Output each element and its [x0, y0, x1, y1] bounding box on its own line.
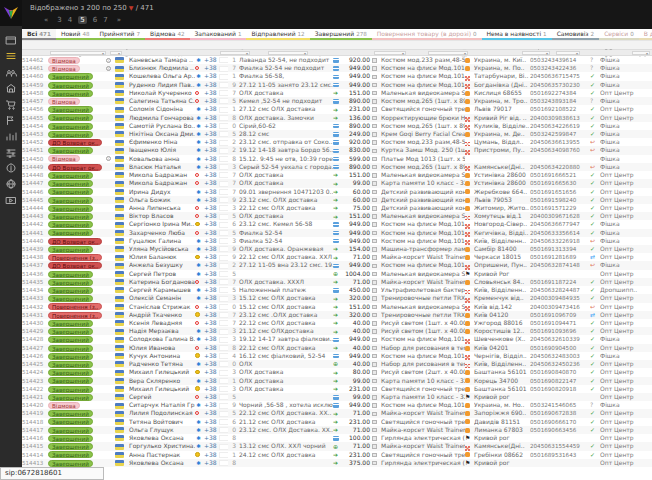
order-row[interactable]: 514417ЗавершенийОльга Глущук✱+38 023.12 …: [22, 426, 652, 434]
order-row[interactable]: 514415ЗавершенийГоргулько Христина..✱+38…: [22, 442, 652, 450]
order-row[interactable]: 514455ЗавершенийЛюдмила Гончарова✱+38 8О…: [22, 114, 652, 122]
order-row[interactable]: 514428ЗавершенийСолодкова Галина В..✱+38…: [22, 335, 652, 343]
order-row[interactable]: 514442ЗавершенийСергіонко Ірина Ми..+38 …: [22, 220, 652, 228]
column-filter-dropdown[interactable]: ▾: [50, 51, 106, 55]
order-row[interactable]: 514450ВідмоваiКовальова анна✱+38 815.12.…: [22, 155, 652, 163]
order-row[interactable]: 514430ЗавершенийКсенія Левадняя+38 722.1…: [22, 319, 652, 327]
order-row[interactable]: 514436ЗавершенийСергей Петров✱+38 5⊕1004…: [22, 270, 652, 278]
order-row[interactable]: 514432Повернення (з..Станіслав Стрижак+3…: [22, 303, 652, 311]
page-button[interactable]: 6: [93, 16, 97, 24]
country-flag: [115, 155, 129, 163]
order-row[interactable]: 514420ВідмоваСитарчук Наталія Гр..✱+38 9…: [22, 401, 652, 409]
order-row[interactable]: 514461ВідмоваiБлизнюк Людмила ..+38 7Фиа…: [22, 64, 652, 72]
order-row[interactable]: 514458ЗавершенийНиколай Кучеренко+38 7ОЛ…: [22, 89, 652, 97]
page-button[interactable]: 7: [103, 16, 107, 24]
days-count: 1: [228, 451, 239, 459]
order-row[interactable]: 514440ДО Возврат ок..Гуцалюк Галина✱+38 …: [22, 237, 652, 245]
order-row[interactable]: 514438Повернення (з..Юлия Баланюк+38 922…: [22, 253, 652, 261]
order-row[interactable]: 514426ЗавершенийКучук Антонина+38 416.12…: [22, 352, 652, 360]
order-row[interactable]: 514423ЗавершенийВера Скляренко✱+38 1ОЛХ …: [22, 377, 652, 385]
order-row[interactable]: 514431Повернення (з..Андрій Ткаченко+38 …: [22, 311, 652, 319]
page-button[interactable]: 4: [68, 16, 72, 24]
tab-7[interactable]: Повернення товару (в дорозі)0: [372, 29, 482, 40]
page-button[interactable]: 3: [57, 16, 61, 24]
tab-9[interactable]: Самовивіз2: [552, 29, 599, 40]
order-row[interactable]: 514445ЗавершенийОльга Божик✱+38 923.12 с…: [22, 196, 652, 204]
order-row[interactable]: 514425ЗавершенийРадченко Тетяна✱+38 0ОЛХ…: [22, 360, 652, 368]
tab-8[interactable]: Нема в наявності1: [482, 29, 552, 40]
order-row[interactable]: 514456ЗавершенийСоломія Сідоніна✱+38 127…: [22, 105, 652, 113]
column-filter-dropdown[interactable]: ▾: [268, 51, 308, 55]
sidebar-item-video[interactable]: [3, 194, 19, 206]
order-row[interactable]: 514457ВідмоваСалегина Татьяна С..+38 5Ке…: [22, 97, 652, 105]
sidebar-item-customers[interactable]: [3, 66, 19, 78]
column-filter-dropdown[interactable]: ▾: [428, 51, 468, 55]
order-row[interactable]: 514427ЗавершенийЮлия Иванова+38 822.12 с…: [22, 344, 652, 352]
sidebar-item-settings[interactable]: [3, 146, 19, 158]
order-row[interactable]: 514441ЗавершенийЗахарченко Люба+38 5Фиал…: [22, 229, 652, 237]
tab-6[interactable]: Завершений278: [310, 29, 372, 40]
column-filter-dropdown[interactable]: ▾: [374, 51, 406, 55]
order-row[interactable]: 514424ЗавершенийМихаил Гилецький+38 3ОЛХ…: [22, 368, 652, 376]
order-row[interactable]: 514452ДО Возврат ок..Єфименко Ніна✱+38 2…: [22, 138, 652, 146]
order-row[interactable]: 514462ВідмоваiКаневська Тамара ..✱+38 1Л…: [22, 56, 652, 64]
tab-10[interactable]: Сервіси0: [599, 29, 639, 40]
order-row[interactable]: 514429ЗавершенийНадія Мерзаєва✱+38 321.1…: [22, 327, 652, 335]
tab-11[interactable]: В дорозі додому0: [639, 29, 652, 40]
column-filter-dropdown[interactable]: ▾: [632, 51, 650, 55]
order-row[interactable]: 514448ЗавершенийМикола Бадражан+38 7ОЛХ …: [22, 171, 652, 179]
order-row[interactable]: 514437ДО Возврат ок..Анжела Безушку✱+38 …: [22, 261, 652, 269]
tab-1[interactable]: Новий48: [56, 29, 95, 40]
column-filter-dropdown[interactable]: ▾: [110, 51, 122, 55]
tab-3[interactable]: Відмова42: [145, 29, 189, 40]
page-button[interactable]: 5: [78, 16, 86, 24]
order-row[interactable]: 514451ЗавершенийІващенко Юлія✱+38 219.12…: [22, 146, 652, 154]
ttn-status: ✓: [590, 278, 600, 286]
sidebar-item-dashboard[interactable]: [3, 34, 19, 46]
product-name: Майка-корсет Waist Trainer *142..: [381, 253, 465, 261]
column-filter-dropdown[interactable]: ▾: [556, 51, 580, 55]
order-row[interactable]: 514444ЗавершенийАнна Липенська+38 322.12…: [22, 204, 652, 212]
order-row[interactable]: 514443ЗавершенийВіктор Власов+38 5ОЛХ до…: [22, 212, 652, 220]
order-row[interactable]: 514435ЗавершенийКатерина Богданова+38 7О…: [22, 278, 652, 286]
order-row[interactable]: 514446ЗавершенийИрина Дидух✱+38 709.01 з…: [22, 188, 652, 196]
order-row[interactable]: 514447ЗавершенийМикола Бадражан+38 7ОЛХ …: [22, 179, 652, 187]
order-total: 154.00: [342, 245, 372, 253]
order-row[interactable]: 514413ЗавершенийЯковлева Оксана✱+38 8➔37…: [22, 459, 652, 467]
sidebar-item-promo[interactable]: [3, 114, 19, 126]
order-row[interactable]: 514439ЗавершенийУляна Мусійовська✱+38 9О…: [22, 245, 652, 253]
order-row[interactable]: 514454ЗавершенийСамотій Руслана Во..✱+38…: [22, 122, 652, 130]
app-logo[interactable]: [0, 0, 22, 26]
sidebar-item-store[interactable]: [3, 82, 19, 94]
sidebar-item-globe[interactable]: [3, 178, 19, 190]
order-row[interactable]: 514419ЗавершенийЛилия Подолинская+38 522…: [22, 409, 652, 417]
order-row[interactable]: 514414ЗавершенийАнна Пастернак+38 124.12…: [22, 451, 652, 459]
sidebar-item-stats[interactable]: [3, 130, 19, 142]
range-caret-icon[interactable]: ▼: [129, 4, 134, 11]
order-row[interactable]: 514449ДО Возврат ок..Власюк Наталья✱+38 …: [22, 163, 652, 171]
order-row[interactable]: 514433ЗавершенийОлексій Семанін✱+38 315.…: [22, 294, 652, 302]
sidebar-item-cart[interactable]: [3, 98, 19, 110]
column-filter-dropdown[interactable]: ▾: [220, 51, 250, 55]
order-row[interactable]: 514418ЗавершенийТетяна Войтович✱+38 621.…: [22, 418, 652, 426]
tab-2[interactable]: Прийнятий7: [95, 29, 146, 40]
order-id: 514456: [22, 105, 48, 113]
order-comment: 28.12 смс: [239, 130, 333, 138]
tab-all[interactable]: Всі471: [22, 29, 56, 40]
order-row[interactable]: 514422ЗавершенийМихаил Гилецький+38 3ОЛХ…: [22, 385, 652, 393]
order-row[interactable]: 514434ЗавершенийСергей Карамышев✱+38 5На…: [22, 286, 652, 294]
order-row[interactable]: 514459ЗавершенийРуденко Лидия Пав..✱+38 …: [22, 81, 652, 89]
column-filter-dropdown[interactable]: ▾: [522, 51, 550, 55]
order-row[interactable]: 514421ЗавершенийСергей+38 599.00Карта па…: [22, 393, 652, 401]
last-page-button[interactable]: »: [117, 16, 121, 24]
order-row[interactable]: 514460ЗавершенийКошелева Ольга Ар..✱+38 …: [22, 72, 652, 80]
tab-4[interactable]: Запакований1: [190, 29, 247, 40]
tab-5[interactable]: Відправлений12: [246, 29, 309, 40]
sidebar-item-orders[interactable]: [3, 50, 19, 62]
sidebar-item-info[interactable]: [3, 162, 19, 174]
first-page-button[interactable]: «: [44, 16, 48, 24]
days-count: 2: [228, 146, 239, 154]
order-row[interactable]: 514416ЗавершенийЯковлева Оксана✱+38 8100…: [22, 434, 652, 442]
order-row[interactable]: 514453ЗавершенийНікітіна Оксана Дми..✱+3…: [22, 130, 652, 138]
phone-hidden: [219, 370, 228, 376]
